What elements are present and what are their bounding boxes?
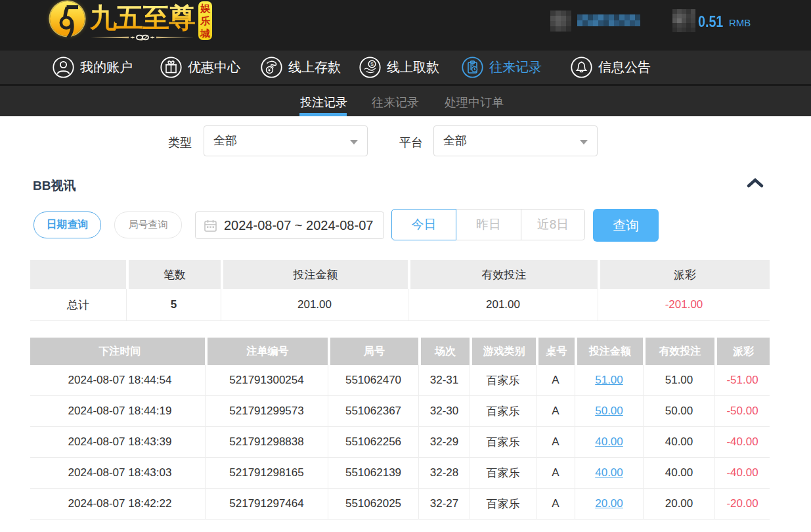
svg-text:$: $ [370, 61, 374, 67]
